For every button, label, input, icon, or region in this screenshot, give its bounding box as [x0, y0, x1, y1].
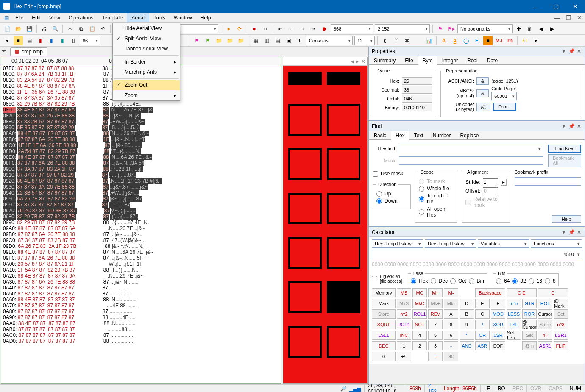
folder-blue-icon[interactable]: 📁: [236, 36, 245, 45]
a-outline-icon[interactable]: A̲: [450, 36, 460, 45]
calc-btn-dec[interactable]: DEC: [372, 341, 396, 350]
hex-row[interactable]: 08B0: 87 87 87 6A 26 7E 88 88 1F ...j&~.…: [1, 136, 281, 142]
calc-btn-ms[interactable]: MS: [397, 288, 411, 297]
calc-btn-mm[interactable]: M-: [444, 288, 458, 297]
calc-btn-mkm[interactable]: Mk-: [444, 299, 458, 308]
scope-allopen-radio[interactable]: [419, 209, 424, 215]
calc-btn-9[interactable]: 9: [460, 320, 474, 329]
menu-marching-ants[interactable]: Marching Ants: [113, 67, 180, 77]
hex-row[interactable]: 0A60: 88 4E 87 87 87 87 87 87 88 .N.....…: [1, 297, 281, 303]
calc-btn-xor[interactable]: XOR: [491, 320, 505, 329]
hex-row[interactable]: 09A0: 88 4E 87 87 87 87 87 6A .N.....26 …: [1, 225, 281, 231]
calc-btn-mkc[interactable]: MkC: [412, 299, 427, 308]
calc-btn-flip[interactable]: FLIP: [554, 341, 568, 350]
find-tab-text[interactable]: Text: [410, 131, 428, 140]
calc-btn-lsr1[interactable]: LSR1: [554, 331, 568, 340]
glyph-3-icon[interactable]: ⌘: [402, 36, 412, 45]
hex-row[interactable]: 0980: 82 29 7B 87 87 82 29 7B 87 .){...)…: [1, 214, 281, 220]
font-button[interactable]: Font...: [493, 103, 516, 111]
hex-row[interactable]: 0950: 6A 26 7E 87 87 87 82 29 87 j&~....…: [1, 196, 281, 202]
stride-input[interactable]: [483, 178, 498, 186]
system-menu-icon[interactable]: ▤: [2, 13, 11, 22]
bm-next-icon[interactable]: ▶: [547, 24, 557, 33]
calc-btn-store1[interactable]: Store: [372, 309, 396, 319]
calc-btn-eof[interactable]: EOF: [491, 341, 505, 350]
back-icon[interactable]: ←: [287, 24, 296, 33]
calc-btn-or[interactable]: OR: [475, 331, 490, 340]
calc-btn-n2[interactable]: n^2: [397, 309, 411, 319]
calc-btn-mkp[interactable]: Mk+: [428, 299, 443, 308]
base-oct-radio[interactable]: [450, 278, 456, 284]
calc-pin-icon[interactable]: 📌: [568, 229, 574, 235]
calc-btn-6[interactable]: 6: [444, 331, 458, 340]
yellow-box-icon[interactable]: ■: [14, 36, 23, 45]
close-button[interactable]: ✕: [566, 0, 585, 13]
cut-icon[interactable]: ✂: [65, 24, 75, 33]
tab-byte[interactable]: Byte: [418, 56, 437, 65]
glyph-1-icon[interactable]: ᚕ: [380, 36, 390, 45]
scope-toend-radio[interactable]: [419, 196, 424, 202]
hex-row[interactable]: 0870: 87 87 87 6A 26 7E 88 88 88 ...j&~.…: [1, 113, 281, 119]
teal-icon[interactable]: ▮: [58, 36, 67, 45]
aerial-close-icon[interactable]: ✕: [361, 58, 365, 64]
menu-operations[interactable]: Operations: [64, 13, 98, 22]
calc-btn-eq[interactable]: =: [428, 352, 443, 361]
aerial-view[interactable]: ◂ ▸ ✕: [283, 57, 368, 384]
print-icon[interactable]: 🖨: [39, 24, 49, 33]
calc-btn-rol1[interactable]: ROL1: [412, 309, 427, 319]
tab-real[interactable]: Real: [462, 56, 482, 65]
mdi-restore-button[interactable]: ❐: [563, 13, 574, 22]
calc-btn-lsr[interactable]: LSR: [491, 331, 505, 340]
marker-red-icon[interactable]: ●: [250, 24, 259, 33]
font-t-icon[interactable]: T: [295, 36, 304, 45]
calc-close-icon[interactable]: ✕: [576, 229, 582, 235]
calc-btn-a[interactable]: A: [444, 309, 458, 319]
hex-address-input[interactable]: 868: [331, 24, 373, 33]
hex-row[interactable]: 09E0: 88 4E 87 87 87 87 87 87 87 .N.....…: [1, 249, 281, 255]
calc-btn-less[interactable]: LESS: [507, 309, 521, 319]
calc-btn-mark[interactable]: Mark: [372, 299, 396, 308]
base-dec-radio[interactable]: [431, 278, 436, 284]
mask-input[interactable]: [399, 156, 543, 165]
hex-row[interactable]: 0910: 87 87 87 87 87 87 82 29 87 ......)…: [1, 172, 281, 178]
mdi-close-button[interactable]: ✕: [574, 13, 585, 22]
bluemark-icon[interactable]: ▮: [47, 36, 56, 45]
new-icon[interactable]: 📄: [3, 24, 12, 33]
a-orange-icon[interactable]: A: [439, 36, 448, 45]
calc-btn-mks[interactable]: MkS: [397, 299, 411, 308]
flag1-icon[interactable]: ⚑: [192, 36, 201, 45]
font-size-select[interactable]: 12: [354, 36, 375, 45]
hex-row[interactable]: 0A00: 20 57 87 87 87 6A 21 1F W..j!..T.j…: [1, 261, 281, 267]
hex-row[interactable]: 08E0: 88 4E 87 87 87 87 87 87 88 .N....6…: [1, 154, 281, 160]
hex-row[interactable]: 0AD0: 87 87 87 87 87 87 87 87 88 .......…: [1, 338, 281, 344]
calc-btn-5[interactable]: 5: [428, 331, 443, 340]
hex-row[interactable]: 0850: 82 29 7B 87 87 82 29 7B 88 .){...)…: [1, 101, 281, 107]
preview-icon[interactable]: 🔍: [50, 24, 60, 33]
bytes-per-line-input[interactable]: 86: [80, 36, 100, 45]
usemask-checkbox[interactable]: [373, 171, 378, 177]
flag-next-icon[interactable]: ⚑▸: [446, 24, 456, 33]
flag2-icon[interactable]: ⚑: [203, 36, 212, 45]
calc-btn-lsl1[interactable]: LSL1: [372, 331, 396, 340]
bits-8-radio[interactable]: [545, 278, 550, 284]
rn-icon[interactable]: rn: [505, 36, 515, 45]
calc-btn-ror[interactable]: ROR: [522, 309, 537, 319]
find-tab-hex[interactable]: Hex: [391, 131, 409, 140]
goto-start-icon[interactable]: ⇤: [276, 24, 285, 33]
calc-btn-gtr[interactable]: GTR: [522, 299, 537, 308]
hex-row[interactable]: 0AC0: 87 87 87 87 87 87 87 87 87 .......…: [1, 332, 281, 338]
goto-end-icon[interactable]: ⇥: [309, 24, 318, 33]
menu-split-aerial[interactable]: Split Aerial View: [113, 33, 180, 44]
bits-32-radio[interactable]: [512, 278, 518, 284]
calc-btn-mn[interactable]: m^n: [507, 299, 521, 308]
menu-window[interactable]: Window: [170, 13, 196, 22]
folder-red-icon[interactable]: 📁: [225, 36, 234, 45]
calc-btn-c[interactable]: C: [538, 288, 568, 297]
calc-btn-cursor[interactable]: Cursor: [538, 309, 552, 319]
hex-row[interactable]: 09B0: 87 87 87 6A 26 7E 88 88 87 ...j&~.…: [1, 231, 281, 237]
calc-btn-rol[interactable]: ROL: [538, 299, 552, 308]
calc-btn-store2[interactable]: Store: [538, 320, 552, 329]
mdi-minimize-button[interactable]: —: [552, 13, 563, 22]
layout-2-icon[interactable]: ▥: [262, 36, 271, 45]
bin-value[interactable]: 00100110: [402, 104, 432, 111]
